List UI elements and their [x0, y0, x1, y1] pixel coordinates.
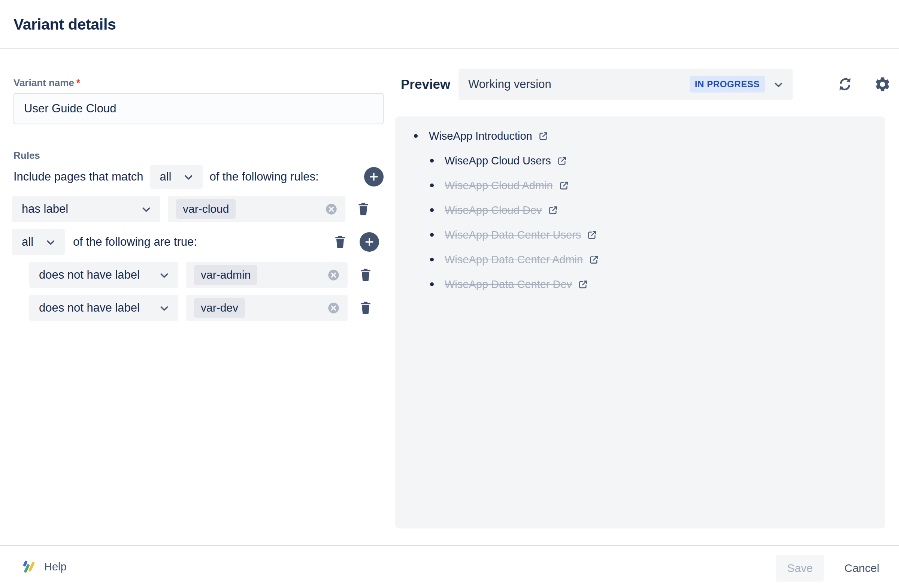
page-tree: WiseApp Introduction WiseApp Cloud Users…	[395, 116, 885, 296]
page-link[interactable]: WiseApp Data Center Admin	[445, 253, 599, 266]
trash-icon	[333, 234, 348, 250]
variant-name-label-text: Variant name	[14, 77, 74, 88]
clear-icon	[326, 204, 337, 215]
page-item: WiseApp Data Center Users	[395, 222, 885, 247]
save-button[interactable]: Save	[776, 555, 824, 582]
group-operator-select[interactable]: all	[12, 229, 65, 255]
page-item: WiseApp Data Center Admin	[395, 247, 885, 272]
page-title: WiseApp Cloud Users	[445, 155, 551, 167]
page-item: WiseApp Cloud Users	[395, 148, 885, 173]
cancel-button[interactable]: Cancel	[837, 555, 886, 582]
rule-group-row: all of the following are true:	[12, 229, 379, 255]
page-link[interactable]: WiseApp Cloud Users	[445, 155, 567, 167]
rules-intro-prefix: Include pages that match	[14, 170, 143, 184]
external-link-icon[interactable]	[589, 255, 599, 265]
group-suffix: of the following are true:	[73, 235, 197, 249]
preview-label: Preview	[401, 68, 450, 100]
page-item: WiseApp Introduction	[395, 123, 885, 148]
clear-label-button[interactable]	[328, 269, 339, 281]
trash-icon	[358, 299, 373, 316]
group-operator-value: all	[22, 235, 33, 249]
condition-value: does not have label	[39, 268, 140, 282]
variant-name-label: Variant name*	[14, 77, 80, 89]
clear-icon	[328, 302, 339, 314]
rule-row: does not have label var-dev	[29, 295, 386, 321]
chevron-down-icon	[158, 270, 168, 280]
dialog-footer: Help Save Cancel	[0, 545, 899, 588]
label-value-field[interactable]: var-dev	[186, 295, 348, 321]
match-operator-value: all	[159, 170, 171, 184]
brand-logo-icon	[22, 560, 37, 574]
chevron-down-icon	[140, 204, 151, 214]
page-item: WiseApp Data Center Dev	[395, 272, 885, 296]
external-link-icon[interactable]	[557, 156, 567, 166]
delete-rule-button[interactable]	[356, 262, 375, 288]
label-tag: var-admin	[194, 265, 257, 285]
condition-select[interactable]: does not have label	[29, 295, 178, 321]
page-link[interactable]: WiseApp Introduction	[429, 130, 548, 142]
plus-icon	[369, 172, 379, 182]
page-item: WiseApp Cloud Dev	[395, 198, 885, 222]
gear-icon	[874, 76, 891, 93]
label-value-field[interactable]: var-cloud	[168, 196, 345, 222]
page-title: WiseApp Introduction	[429, 130, 532, 142]
page-title: WiseApp Cloud Admin	[445, 179, 553, 192]
label-value-field[interactable]: var-admin	[186, 262, 348, 288]
rules-intro-row: Include pages that match all of the foll…	[14, 165, 383, 189]
page-title: Variant details	[14, 0, 116, 49]
delete-rule-button[interactable]	[356, 295, 375, 321]
delete-group-button[interactable]	[331, 229, 350, 255]
rule-row: does not have label var-admin	[29, 262, 386, 288]
clear-label-button[interactable]	[326, 204, 337, 215]
label-tag: var-dev	[194, 298, 245, 318]
condition-select[interactable]: does not have label	[29, 262, 178, 288]
external-link-icon[interactable]	[538, 131, 548, 141]
condition-select[interactable]: has label	[12, 196, 160, 222]
clear-icon	[328, 269, 339, 281]
plus-icon	[365, 237, 374, 247]
add-rule-button[interactable]	[364, 167, 383, 187]
external-link-icon[interactable]	[559, 181, 569, 191]
dialog-header: Variant details	[0, 0, 899, 49]
delete-rule-button[interactable]	[354, 196, 373, 222]
version-value: Working version	[468, 77, 551, 91]
page-title: WiseApp Cloud Dev	[445, 204, 542, 216]
page-title: WiseApp Data Center Admin	[445, 253, 583, 266]
page-title: WiseApp Data Center Dev	[445, 278, 572, 291]
chevron-down-icon	[182, 171, 193, 182]
variant-name-input[interactable]	[14, 93, 383, 124]
required-asterisk: *	[76, 77, 80, 88]
clear-label-button[interactable]	[328, 302, 339, 314]
match-operator-select[interactable]: all	[150, 165, 202, 189]
version-select[interactable]: Working version IN PROGRESS	[459, 68, 792, 100]
page-link[interactable]: WiseApp Data Center Users	[445, 229, 597, 241]
add-group-rule-button[interactable]	[360, 232, 379, 252]
rules-section-label: Rules	[14, 150, 40, 161]
settings-button[interactable]	[874, 75, 891, 93]
preview-panel: WiseApp Introduction WiseApp Cloud Users…	[395, 116, 885, 528]
refresh-button[interactable]	[836, 75, 854, 93]
chevron-down-icon	[45, 237, 55, 247]
page-item: WiseApp Cloud Admin	[395, 173, 885, 198]
condition-value: does not have label	[39, 301, 140, 315]
page-link[interactable]: WiseApp Cloud Dev	[445, 204, 558, 216]
page-link[interactable]: WiseApp Cloud Admin	[445, 179, 569, 192]
external-link-icon[interactable]	[587, 230, 597, 240]
trash-icon	[356, 201, 371, 217]
chevron-down-icon	[158, 302, 168, 313]
page-title: WiseApp Data Center Users	[445, 229, 581, 241]
help-link[interactable]: Help	[22, 546, 67, 588]
trash-icon	[358, 267, 373, 283]
condition-value: has label	[22, 202, 68, 216]
external-link-icon[interactable]	[578, 279, 588, 290]
rules-intro-suffix: of the following rules:	[209, 170, 318, 184]
refresh-icon	[836, 76, 854, 93]
help-label: Help	[44, 561, 67, 573]
variant-details-dialog: Variant details Variant name* Rules Incl…	[0, 0, 899, 588]
status-badge: IN PROGRESS	[690, 76, 765, 93]
page-link[interactable]: WiseApp Data Center Dev	[445, 278, 588, 291]
rule-row: has label var-cloud	[12, 196, 386, 222]
label-tag: var-cloud	[176, 199, 236, 219]
chevron-down-icon	[772, 79, 783, 90]
external-link-icon[interactable]	[548, 205, 558, 215]
